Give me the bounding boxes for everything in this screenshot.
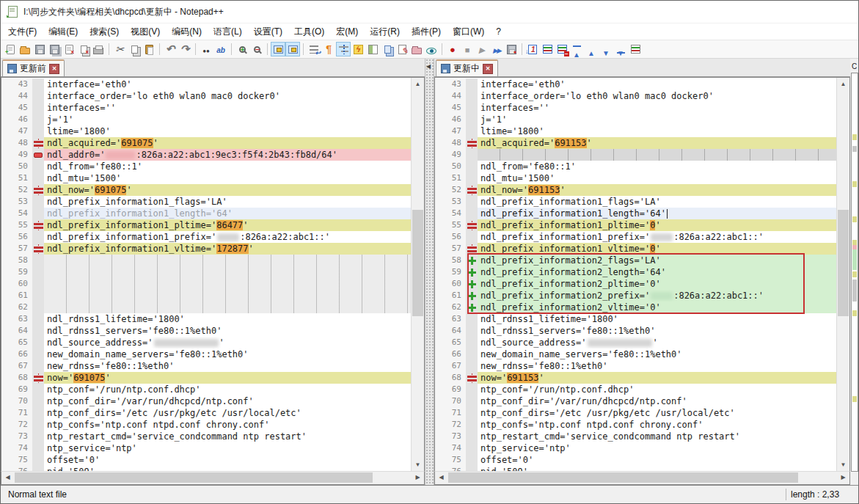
left-code-area[interactable]: 43interface='eth0'44interface_order='lo … [1,78,412,471]
code-line[interactable]: 76pid='509' [435,466,837,471]
code-line[interactable]: 54ndl_prefix_information1_length='64' [435,208,837,219]
scroll-right-arrow-icon[interactable]: ▶ [412,472,424,484]
right-code-area[interactable]: 43interface='eth0'44interface_order='lo … [435,78,837,471]
code-line[interactable]: 52ndl_now='691153' [435,184,837,196]
code-line[interactable]: 45interfaces='' [1,102,412,114]
code-line[interactable]: 70ntp_conf_dir='/var/run/dhcpcd/ntp.conf… [1,395,412,407]
save-all-icon[interactable] [47,42,62,56]
code-line[interactable]: 51ndl_mtu='1500' [435,172,837,184]
document-map-icon[interactable] [365,42,380,56]
code-line[interactable]: 64ndl_rdnss1_servers='fe80::1%eth0' [1,325,412,337]
code-line[interactable]: 50ndl_from='fe80::1' [1,161,412,172]
scroll-up-arrow-icon[interactable]: ▲ [412,78,424,90]
tab-close-icon[interactable]: ✕ [483,64,493,74]
menu-item[interactable]: 宏(M) [330,23,364,40]
code-line[interactable]: 53ndl_prefix_information1_flags='LA' [1,196,412,208]
code-line[interactable]: 62ndl_prefix_information2_vltime='0' [435,302,837,313]
left-editor[interactable]: 43interface='eth0'44interface_order='lo … [1,77,425,471]
document-switcher-icon[interactable] [380,42,395,56]
menu-item[interactable]: 工具(O) [288,23,330,40]
scroll-thumb[interactable] [15,472,373,483]
left-horizontal-scrollbar[interactable]: ◀ ▶ [1,471,425,485]
scroll-down-arrow-icon[interactable]: ▼ [412,459,424,471]
code-line[interactable]: 69ntp_conf='/run/ntp.conf.dhcp' [435,384,837,395]
code-line[interactable]: 52ndl_now='691075' [1,184,412,196]
code-line[interactable]: 68now='691153' [435,372,837,384]
code-line[interactable]: 46j='1' [435,114,837,125]
code-line[interactable]: 74ntp_service='ntp' [1,442,412,454]
indent-guide-icon[interactable] [336,42,351,56]
paste-icon[interactable] [142,42,156,56]
previous-diff-icon[interactable] [584,42,599,56]
edit-marker-icon[interactable] [395,42,409,56]
pane-splitter[interactable]: ◀ [425,59,434,485]
code-line[interactable]: 53ndl_prefix_information1_flags='LA' [435,196,837,208]
menu-item[interactable]: 语言(L) [208,23,248,40]
code-line[interactable]: 69ntp_conf='/run/ntp.conf.dhcp' [1,384,412,395]
close-all-icon[interactable]: x [76,42,91,56]
code-line[interactable]: 75offset='0' [435,454,837,466]
right-horizontal-scrollbar[interactable]: ◀ ▶ [434,471,850,485]
tab-updating[interactable]: 更新中 ✕ [436,59,498,76]
compare-options-icon[interactable] [628,42,643,56]
code-line[interactable]: 48ndl_acquired='691153' [435,137,837,149]
code-line[interactable]: 74ntp_service='ntp' [435,442,837,454]
menu-item[interactable]: 运行(R) [364,23,406,40]
code-line[interactable]: 43interface='eth0' [435,78,837,90]
compare-set-first-icon[interactable] [525,42,540,56]
menu-item[interactable]: 文件(F) [2,23,43,40]
right-vertical-scrollbar[interactable]: ▲ ▼ [836,78,849,471]
code-line[interactable]: 55ndl_prefix_information1_pltime='0' [435,219,837,231]
right-editor[interactable]: 43interface='eth0'44interface_order='lo … [434,77,850,471]
code-line[interactable]: 58ndl_prefix_information2_flags='LA' [435,255,837,266]
code-line[interactable]: 57ndl_prefix_information1_vltime='0' [435,243,837,255]
code-line[interactable]: 66new_domain_name_servers='fe80::1%eth0' [1,348,412,360]
code-line[interactable]: 73ntp_restart_cmd='service_condcommand n… [435,431,837,442]
word-wrap-icon[interactable] [307,42,321,56]
code-line[interactable]: 72ntp_confs='ntp.conf ntpd.conf chrony.c… [435,419,837,431]
menu-item[interactable]: 编码(N) [166,23,208,40]
code-line[interactable]: 66new_domain_name_servers='fe80::1%eth0' [435,348,837,360]
tab-close-icon[interactable]: ✕ [49,64,59,74]
code-line[interactable]: 67new_rdnss='fe80::1%eth0' [1,360,412,372]
code-line[interactable]: 49 [435,149,837,161]
code-line[interactable]: 70ntp_conf_dir='/var/run/dhcpcd/ntp.conf… [435,395,837,407]
code-line[interactable]: 65ndl_source_address='' [1,337,412,348]
tab-before-update[interactable]: 更新前 ✕ [2,59,65,76]
next-diff-icon[interactable] [599,42,613,56]
code-line[interactable]: 60 [1,278,412,290]
find-icon[interactable] [199,42,213,56]
document-peeker-icon[interactable] [424,42,439,56]
menu-item[interactable]: 搜索(S) [84,23,125,40]
code-line[interactable]: 59ndl_prefix_information2_length='64' [435,266,837,278]
macro-record-icon[interactable] [445,42,460,56]
code-line[interactable]: 49ndl_addr0=':826a:a22:abc1:9ec3:f5f4:2b… [1,149,412,161]
scroll-thumb[interactable] [448,472,798,483]
menu-item[interactable]: ? [490,24,507,39]
menu-item[interactable]: 视图(V) [125,23,166,40]
new-file-icon[interactable]: + [3,42,18,56]
scroll-thumb[interactable] [412,210,423,316]
menu-item[interactable]: 窗口(W) [447,23,490,40]
save-icon[interactable] [32,42,47,56]
code-line[interactable]: 50ndl_from='fe80::1' [435,161,837,172]
redo-icon[interactable] [178,42,192,56]
code-line[interactable]: 57ndl_prefix_information1_vltime='172877… [1,243,412,255]
scroll-right-arrow-icon[interactable]: ▶ [837,472,849,484]
code-line[interactable]: 61ndl_prefix_information2_prefix=':826a:… [435,290,837,302]
code-line[interactable]: 61 [1,290,412,302]
macro-play-icon[interactable] [475,42,489,56]
show-all-characters-icon[interactable] [321,42,336,56]
macro-save-icon[interactable]: ● [504,42,519,56]
code-line[interactable]: 73ntp_restart_cmd='service_condcommand n… [1,431,412,442]
code-line[interactable]: 76pid='509' [1,466,412,471]
code-line[interactable]: 59 [1,266,412,278]
code-line[interactable]: 44interface_order='lo eth0 wlan0 mac0 do… [1,90,412,102]
zoom-out-icon[interactable] [249,42,264,56]
code-line[interactable]: 44interface_order='lo eth0 wlan0 mac0 do… [435,90,837,102]
last-diff-icon[interactable] [613,42,628,56]
scroll-down-arrow-icon[interactable]: ▼ [837,459,849,471]
sync-horizontal-scroll-icon[interactable] [285,42,300,56]
replace-icon[interactable] [213,42,228,56]
code-line[interactable]: 56ndl_prefix_information1_prefix=':826a:… [1,231,412,243]
